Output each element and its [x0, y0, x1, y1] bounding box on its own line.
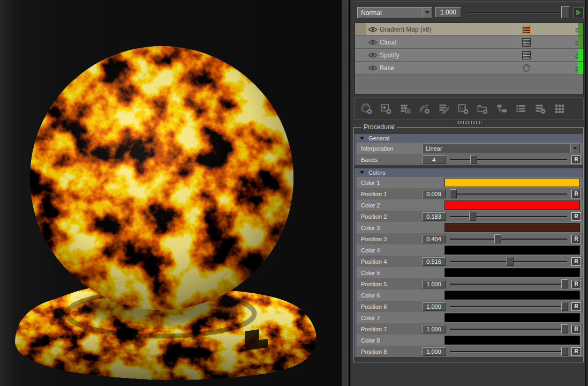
color-swatch[interactable] [444, 246, 580, 255]
position-slider-handle[interactable] [469, 212, 476, 221]
add-adjustment-layer-button[interactable] [438, 102, 450, 115]
color-label: Color 6 [357, 292, 444, 299]
visibility-eye-icon[interactable] [366, 26, 380, 33]
position-reset-button[interactable]: R [571, 302, 581, 311]
procedural-layer-icon[interactable] [522, 25, 531, 34]
position-reset-button[interactable]: R [571, 212, 581, 221]
opacity-slider[interactable] [465, 6, 570, 19]
color-swatch[interactable] [444, 313, 580, 322]
color-swatch[interactable] [444, 223, 580, 232]
groupbox-title: Procedural [361, 123, 397, 131]
position-reset-button[interactable]: R [571, 325, 581, 333]
bands-row: Bands 4 R [357, 154, 583, 165]
position-label: Position 5 [357, 281, 422, 287]
chevron-down-icon[interactable] [570, 144, 579, 153]
position-slider[interactable] [449, 301, 568, 313]
splitter-grip[interactable] [457, 121, 481, 124]
color-swatch[interactable] [444, 268, 580, 277]
position-slider-handle[interactable] [561, 347, 568, 356]
visibility-eye-icon[interactable] [366, 52, 380, 58]
position-reset-button[interactable]: R [571, 235, 581, 243]
position-reset-button[interactable]: R [571, 257, 581, 266]
position-input[interactable]: 1.000 [422, 302, 446, 311]
position-reset-button[interactable]: R [571, 347, 581, 356]
position-label: Position 1 [357, 191, 422, 197]
cache-status-strip [578, 36, 583, 48]
green-play-icon [576, 10, 582, 16]
section-header-colors[interactable]: Colors [355, 168, 583, 177]
adjustment-stack-icon [438, 102, 450, 115]
position-slider[interactable] [449, 188, 568, 200]
position-slider[interactable] [449, 346, 568, 358]
add-graph-layer-button[interactable] [418, 102, 431, 115]
position-input[interactable]: 0.183 [422, 212, 446, 221]
color-swatch[interactable] [444, 336, 580, 345]
layer-name: Gradient Map (x8) [380, 26, 522, 33]
position-slider[interactable] [449, 323, 568, 335]
add-channel-layer-button[interactable] [380, 102, 393, 115]
position-row: Position 30.404R [357, 233, 583, 244]
visibility-eye-icon[interactable] [366, 39, 380, 46]
position-slider-handle[interactable] [561, 302, 568, 311]
bands-input[interactable]: 4 [422, 155, 446, 164]
position-input[interactable]: 1.000 [422, 325, 446, 333]
section-header-general[interactable]: General [355, 134, 583, 143]
section-label: General [368, 135, 389, 142]
list-remove-icon [534, 102, 547, 115]
bands-slider[interactable] [449, 154, 568, 166]
position-row: Position 71.000R [357, 323, 583, 335]
position-input[interactable]: 1.000 [422, 347, 446, 356]
opacity-slider-handle[interactable] [561, 6, 570, 18]
3d-viewport[interactable] [0, 0, 343, 386]
grid-view-button[interactable] [553, 102, 566, 115]
add-paint-layer-button[interactable] [360, 102, 373, 115]
color-swatch[interactable] [444, 178, 580, 187]
layer-row-spotify[interactable]: Spotify [355, 49, 583, 62]
copy-layer-button[interactable] [399, 102, 412, 115]
node-merge-icon [495, 102, 508, 115]
collapse-triangle-icon [360, 137, 364, 140]
blend-mode-select[interactable]: Normal [357, 7, 432, 18]
add-group-button[interactable] [476, 102, 489, 115]
position-slider-handle[interactable] [561, 279, 568, 288]
position-slider-handle[interactable] [450, 189, 457, 198]
bands-slider-handle[interactable] [470, 155, 477, 164]
layer-row-cloud[interactable]: Cloud [355, 36, 583, 49]
position-slider[interactable] [449, 256, 568, 268]
position-input[interactable]: 0.516 [422, 257, 446, 266]
panel-splitter[interactable] [342, 0, 351, 386]
application-window: Normal 1.000 Gradient Map (x8) [0, 0, 588, 386]
procedural-layer-icon[interactable] [522, 38, 531, 47]
layers-copy-icon [399, 102, 412, 115]
chevron-down-icon[interactable] [423, 8, 432, 18]
position-slider-handle[interactable] [561, 324, 568, 333]
color-swatch[interactable] [444, 291, 580, 300]
opacity-input[interactable]: 1.000 [435, 7, 461, 18]
merge-layers-button[interactable] [495, 102, 508, 115]
remove-layer-button[interactable] [534, 102, 547, 115]
position-input[interactable]: 0.009 [422, 190, 446, 198]
layer-list-view-button[interactable] [515, 102, 527, 115]
procedural-layer-icon[interactable] [522, 51, 531, 60]
visibility-eye-icon[interactable] [366, 65, 380, 71]
color-swatch[interactable] [444, 201, 580, 210]
position-reset-button[interactable]: R [571, 190, 581, 198]
position-input[interactable]: 1.000 [422, 280, 446, 288]
apply-play-button[interactable] [574, 7, 584, 18]
interpolation-value: Linear [423, 145, 570, 152]
image-add-icon [380, 102, 393, 115]
interpolation-select[interactable]: Linear [422, 144, 580, 153]
paint-palette-icon[interactable] [522, 64, 531, 72]
position-reset-button[interactable]: R [571, 280, 581, 288]
position-input[interactable]: 0.404 [422, 235, 446, 243]
position-slider-handle[interactable] [494, 234, 501, 243]
cache-status-strip [578, 62, 583, 74]
position-slider[interactable] [449, 211, 568, 222]
layer-row-gradient-map[interactable]: Gradient Map (x8) [355, 23, 583, 36]
position-slider-handle[interactable] [507, 257, 514, 266]
add-procedural-layer-button[interactable] [457, 102, 470, 115]
position-slider[interactable] [449, 233, 568, 245]
layer-row-base[interactable]: Base [355, 62, 583, 75]
bands-reset-button[interactable]: R [571, 155, 581, 164]
position-slider[interactable] [449, 278, 568, 290]
